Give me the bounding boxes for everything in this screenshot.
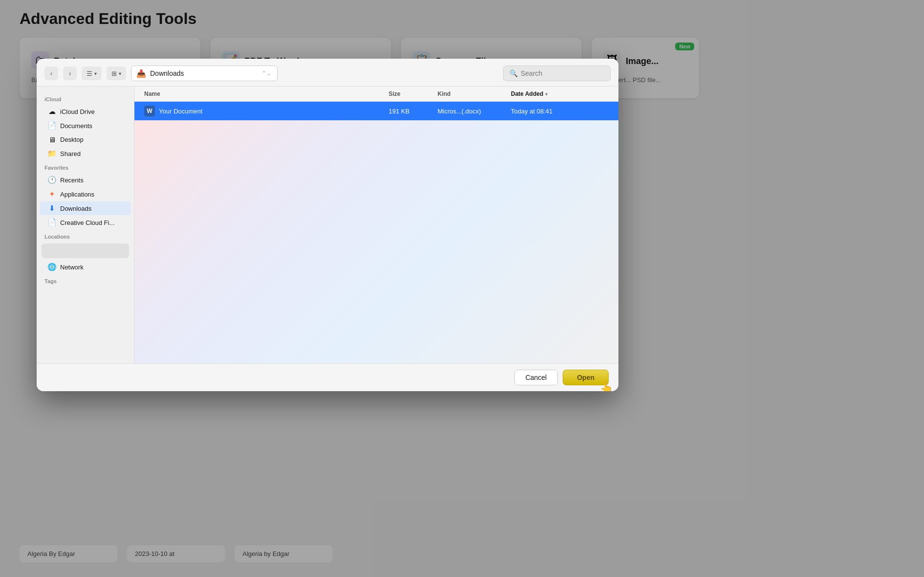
sidebar-item-shared[interactable]: 📁 Shared [40,147,131,160]
list-view-icon: ☰ [87,70,92,77]
file-open-dialog: ‹ › ☰ ▾ ⊞ ▾ 📥 Downloads ⌃⌄ 🔍 iCloud ☁ iC… [37,59,618,391]
shared-icon: 📁 [47,149,56,158]
location-button[interactable]: 📥 Downloads ⌃⌄ [131,66,278,81]
location-label: Downloads [150,69,184,77]
file-date: Today at 08:41 [511,108,609,115]
icloud-drive-icon: ☁ [47,107,56,116]
location-icon: 📥 [136,69,146,78]
tags-section-label: Tags [37,274,134,286]
grid-view-chevron: ▾ [119,71,121,76]
back-button[interactable]: ‹ [44,67,58,80]
file-kind: Micros...(.docx) [438,108,511,115]
location-chevrons-icon: ⌃⌄ [262,70,271,77]
sidebar-item-desktop-label: Desktop [60,136,84,143]
column-date-added-label: Date Added [511,90,543,97]
forward-button[interactable]: › [63,67,77,80]
column-date-added[interactable]: Date Added ▾ [511,90,609,97]
desktop-icon: 🖥 [47,135,56,144]
search-box[interactable]: 🔍 [503,66,611,81]
sidebar-item-applications-label: Applications [60,191,94,198]
sidebar: iCloud ☁ iCloud Drive 📄 Documents 🖥 Desk… [37,87,134,363]
dialog-body: iCloud ☁ iCloud Drive 📄 Documents 🖥 Desk… [37,87,618,363]
sidebar-item-documents-label: Documents [60,122,92,130]
list-view-button[interactable]: ☰ ▾ [82,67,102,80]
sidebar-item-icloud-drive[interactable]: ☁ iCloud Drive [40,105,131,118]
grid-view-icon: ⊞ [111,70,117,77]
cancel-button[interactable]: Cancel [514,370,558,385]
applications-icon: ✦ [47,190,56,199]
sidebar-item-shared-label: Shared [60,150,81,157]
network-icon: 🌐 [47,263,56,271]
column-size[interactable]: Size [389,90,438,97]
grid-view-button[interactable]: ⊞ ▾ [107,67,126,80]
sidebar-item-creative-cloud[interactable]: 📄 Creative Cloud Fi... [40,216,131,229]
search-input[interactable] [521,69,604,77]
recents-icon: 🕐 [47,176,56,184]
column-kind[interactable]: Kind [438,90,511,97]
sidebar-item-applications[interactable]: ✦ Applications [40,187,131,201]
file-size: 191 KB [389,108,438,115]
dialog-toolbar: ‹ › ☰ ▾ ⊞ ▾ 📥 Downloads ⌃⌄ 🔍 [37,59,618,87]
sidebar-item-documents[interactable]: 📄 Documents [40,119,131,133]
search-icon: 🔍 [509,69,518,77]
table-row[interactable]: W Your Document 191 KB Micros...(.docx) … [134,102,618,120]
downloads-icon: ⬇ [47,204,56,213]
dialog-footer: Cancel Open 👆 [37,363,618,391]
sidebar-item-icloud-drive-label: iCloud Drive [60,108,95,115]
icloud-section-label: iCloud [37,92,134,104]
sidebar-item-network[interactable]: 🌐 Network [40,260,131,274]
column-name[interactable]: Name [144,90,389,97]
sidebar-item-downloads[interactable]: ⬇ Downloads [40,201,131,215]
list-view-chevron: ▾ [94,71,97,76]
creative-cloud-icon: 📄 [47,218,56,227]
cursor-icon: 👆 [600,382,613,391]
locations-section-label: Locations [37,230,134,242]
sidebar-item-creative-cloud-label: Creative Cloud Fi... [60,219,114,226]
location-device-item[interactable] [42,244,129,258]
sidebar-item-network-label: Network [60,264,84,271]
sidebar-item-recents[interactable]: 🕐 Recents [40,173,131,187]
sort-chevron-icon: ▾ [545,91,548,97]
file-preview-area [134,120,618,363]
sidebar-item-downloads-label: Downloads [60,205,91,212]
open-button-label: Open [577,374,594,381]
file-name: Your Document [159,108,389,115]
favorites-section-label: Favorites [37,161,134,173]
open-button[interactable]: Open 👆 [563,370,609,385]
file-list: Name Size Kind Date Added ▾ W Your Docum… [134,87,618,363]
sidebar-item-recents-label: Recents [60,177,84,184]
file-list-header: Name Size Kind Date Added ▾ [134,87,618,102]
sidebar-item-desktop[interactable]: 🖥 Desktop [40,133,131,146]
word-doc-icon: W [144,106,155,116]
documents-icon: 📄 [47,121,56,130]
